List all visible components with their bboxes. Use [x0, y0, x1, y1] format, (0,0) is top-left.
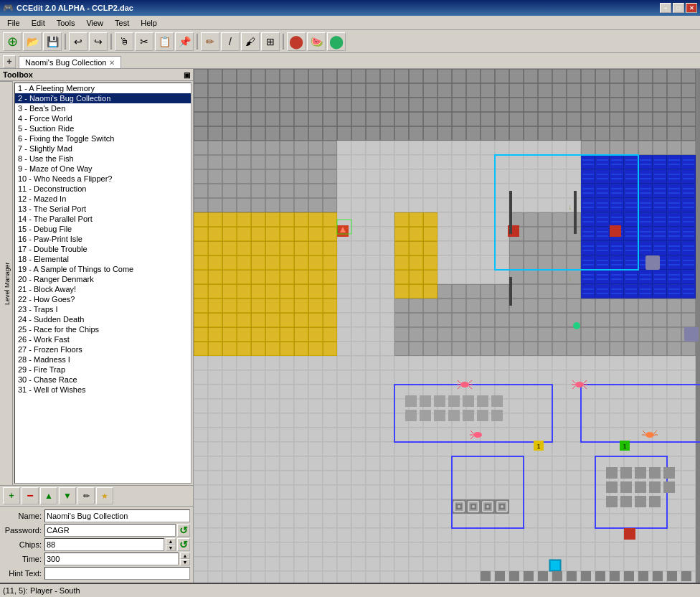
level-list-item[interactable]: 23 - Traps I	[15, 304, 191, 314]
time-input[interactable]	[44, 553, 179, 565]
level-list-item[interactable]: 17 - Double Trouble	[15, 244, 191, 254]
level-list-item[interactable]: 29 - Fire Trap	[15, 365, 191, 375]
level-list-item[interactable]: 18 - Elemental	[15, 254, 191, 264]
level-list-item[interactable]: 16 - Paw-Print Isle	[15, 234, 191, 244]
tab-naomis-bug[interactable]: Naomi's Bug Collection ✕	[19, 56, 121, 68]
level-list-item[interactable]: 28 - Madness I	[15, 354, 191, 365]
toolbox-header: Toolbox ▣	[0, 69, 193, 81]
copy-button[interactable]: 📋	[155, 32, 174, 51]
rect-button[interactable]: ⊞	[261, 32, 280, 51]
close-button[interactable]: ✕	[686, 3, 697, 13]
tab-close-icon[interactable]: ✕	[109, 59, 115, 67]
paste-button[interactable]: 📌	[175, 32, 194, 51]
level-list-item[interactable]: 15 - Debug File	[15, 224, 191, 234]
svg-rect-115	[552, 571, 562, 581]
green-dot-button[interactable]: ⬤	[327, 32, 346, 51]
sep2	[110, 34, 112, 50]
add-level-button[interactable]: +	[3, 487, 20, 504]
tabbar: + Naomi's Bug Collection ✕	[0, 53, 700, 69]
svg-rect-39	[405, 395, 417, 407]
tab-label: Naomi's Bug Collection	[25, 58, 106, 67]
name-input[interactable]	[44, 509, 190, 522]
game-canvas[interactable]: 1 1	[194, 69, 700, 583]
cut-button[interactable]: ✂	[135, 32, 153, 51]
menu-tools[interactable]: Tools	[51, 17, 81, 29]
svg-rect-44	[477, 395, 488, 407]
level-list-item[interactable]: 30 - Chase Race	[15, 375, 191, 385]
chips-input[interactable]	[44, 538, 164, 551]
toolbox-collapse-button[interactable]: ▣	[184, 71, 190, 79]
level-list-scroll[interactable]: 1 - A Fleeting Memory2 - Naomi's Bug Col…	[14, 83, 191, 484]
level-list-item[interactable]: 2 - Naomi's Bug Collection	[15, 93, 191, 103]
level-list-item[interactable]: 25 - Race for the Chips	[15, 324, 191, 334]
level-list-item[interactable]: 5 - Suction Ride	[15, 123, 191, 133]
save-button[interactable]: 💾	[43, 32, 62, 51]
name-row: Name:	[3, 509, 190, 522]
level-list-item[interactable]: 8 - Use the Fish	[15, 154, 191, 164]
level-manager-tab[interactable]: Level Manager	[2, 81, 12, 485]
menu-edit[interactable]: Edit	[26, 17, 51, 29]
minimize-button[interactable]: −	[660, 3, 671, 13]
password-input[interactable]	[44, 524, 176, 537]
svg-point-76	[473, 432, 482, 438]
time-down-button[interactable]: ▼	[180, 559, 190, 565]
title-text: CCEdit 2.0 ALPHA - CCLP2.dac	[16, 4, 133, 12]
tiles-sorted-tab[interactable]: Tiles - Sorted	[0, 81, 2, 485]
remove-level-button[interactable]: −	[22, 487, 39, 504]
move-up-button[interactable]: ▲	[40, 487, 57, 504]
new-button[interactable]: ⊕	[3, 32, 22, 51]
level-list-item[interactable]: 14 - The Parallel Port	[15, 214, 191, 224]
line-button[interactable]: /	[221, 32, 240, 51]
redo-button[interactable]: ↪	[89, 32, 108, 51]
time-up-button[interactable]: ▲	[180, 553, 190, 559]
undo-button[interactable]: ↩	[69, 32, 88, 51]
menu-view[interactable]: View	[80, 17, 109, 29]
svg-rect-49	[448, 410, 460, 421]
level-list-item[interactable]: 1 - A Fleeting Memory	[15, 83, 191, 93]
level-list-item[interactable]: 7 - Slightly Mad	[15, 144, 191, 154]
hint-input[interactable]	[44, 567, 190, 580]
move-down-button[interactable]: ▼	[59, 487, 76, 504]
level-list-item[interactable]: 6 - Fixing the Toggle Switch	[15, 133, 191, 144]
svg-rect-88	[620, 467, 632, 479]
menu-help[interactable]: Help	[135, 17, 163, 29]
refresh-chips-button[interactable]: ↺	[177, 538, 190, 551]
refresh-password-button[interactable]: ↺	[177, 524, 190, 537]
level-list-item[interactable]: 27 - Frozen Floors	[15, 344, 191, 354]
chips-up-button[interactable]: ▲	[166, 538, 176, 545]
level-list-item[interactable]: 12 - Mazed In	[15, 194, 191, 204]
select-button[interactable]: 🖰	[115, 32, 133, 51]
edit-props-button[interactable]: ✏	[77, 487, 95, 504]
chips-down-button[interactable]: ▼	[166, 545, 176, 551]
pencil-button[interactable]: ✏	[201, 32, 219, 51]
level-list-item[interactable]: 21 - Block Away!	[15, 284, 191, 294]
canvas-area[interactable]: 1 1	[194, 69, 700, 583]
level-list-item[interactable]: 31 - Well of Wishes	[15, 385, 191, 395]
maximize-button[interactable]: □	[673, 3, 684, 13]
level-list-item[interactable]: 13 - The Serial Port	[15, 204, 191, 214]
level-list-item[interactable]: 20 - Ranger Denmark	[15, 274, 191, 284]
level-list-item[interactable]: 10 - Who Needs a Flipper?	[15, 174, 191, 184]
level-list-item[interactable]: 9 - Maze of One Way	[15, 164, 191, 174]
level-list-item[interactable]: 26 - Work Fast	[15, 334, 191, 344]
level-list-item[interactable]: 3 - Bea's Den	[15, 103, 191, 113]
level-list-item[interactable]: 19 - A Sample of Things to Come	[15, 264, 191, 274]
favorite-button[interactable]: ★	[96, 487, 113, 504]
svg-rect-92	[606, 481, 618, 493]
open-button[interactable]: 📂	[23, 32, 42, 51]
menubar: File Edit Tools View Test Help	[0, 16, 700, 30]
menu-file[interactable]: File	[1, 17, 26, 29]
svg-rect-112	[509, 571, 519, 581]
watermelon-button[interactable]: 🍉	[307, 32, 326, 51]
level-list-item[interactable]: 4 - Force World	[15, 113, 191, 123]
level-list-item[interactable]: 24 - Sudden Death	[15, 314, 191, 324]
svg-rect-48	[434, 410, 445, 421]
fill-button[interactable]: 🖌	[241, 32, 260, 51]
add-tab-button[interactable]: +	[3, 55, 16, 68]
red-dot-button[interactable]: ⬤	[287, 32, 306, 51]
level-list-item[interactable]: 22 - How Goes?	[15, 294, 191, 304]
svg-rect-105	[574, 191, 577, 234]
level-list: 1 - A Fleeting Memory2 - Naomi's Bug Col…	[15, 83, 191, 395]
level-list-item[interactable]: 11 - Deconstruction	[15, 184, 191, 194]
menu-test[interactable]: Test	[109, 17, 135, 29]
